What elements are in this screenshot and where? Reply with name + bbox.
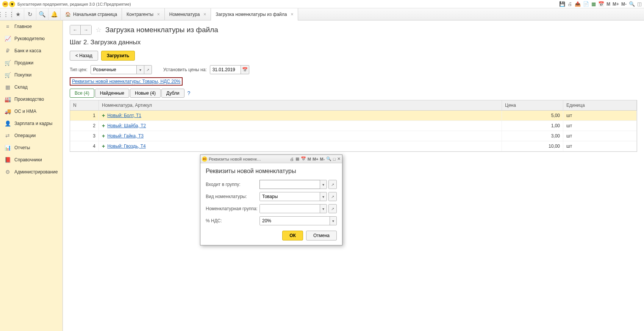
memory-mplus-button[interactable]: M+ xyxy=(313,157,319,161)
dropdown-icon[interactable]: ▾ xyxy=(320,205,327,213)
panels-icon[interactable]: ◫ xyxy=(637,1,642,7)
print-icon[interactable]: 🖨 xyxy=(290,157,294,161)
sidebar-item-hr[interactable]: 👤Зарплата и кадры xyxy=(0,117,63,130)
group-combo[interactable]: ▾ xyxy=(259,180,327,189)
open-dialog-icon[interactable]: ↗ xyxy=(329,192,336,201)
back-button[interactable]: < Назад xyxy=(70,51,98,61)
sidebar-item-references[interactable]: 📕Справочники xyxy=(0,154,63,166)
ok-button[interactable]: ОК xyxy=(282,231,303,240)
cancel-button[interactable]: Отмена xyxy=(306,231,337,240)
filter-tab-found[interactable]: Найденные xyxy=(95,89,129,98)
open-dialog-icon[interactable]: ↗ xyxy=(329,180,336,189)
load-button[interactable]: Загрузить xyxy=(101,51,135,61)
barchart-icon: 📊 xyxy=(5,145,11,151)
dialog-titlebar[interactable]: 1C Реквизиты новой номенклат... 🖨 ▦ 📅 M … xyxy=(200,155,342,163)
open-dialog-icon[interactable]: ↗ xyxy=(144,66,152,74)
print-icon[interactable]: 🖨 xyxy=(567,1,572,7)
nomenclature-link[interactable]: Новый: Болт, Т1 xyxy=(107,113,141,118)
memory-m-button[interactable]: M xyxy=(606,2,610,7)
apps-grid-icon[interactable]: ⋮⋮⋮ xyxy=(0,8,12,20)
search-icon[interactable]: 🔍 xyxy=(36,8,48,20)
price-type-combo[interactable]: ▾ ↗ xyxy=(91,65,152,74)
dropdown-icon[interactable]: ▾ xyxy=(136,66,144,74)
calendar-icon[interactable]: 📅 xyxy=(241,66,249,74)
notifications-bell-icon[interactable]: 🔔 xyxy=(48,8,61,20)
memory-m-button[interactable]: M xyxy=(308,157,311,161)
kind-input[interactable] xyxy=(260,192,320,201)
date-field[interactable]: 📅 xyxy=(210,65,249,74)
vat-input[interactable] xyxy=(260,217,330,225)
sidebar-item-main[interactable]: ≡Главное xyxy=(0,20,63,33)
tab-home[interactable]: 🏠 Начальная страница xyxy=(61,8,122,20)
tab-close-icon[interactable]: × xyxy=(157,12,160,17)
date-input[interactable] xyxy=(210,66,241,74)
tab-close-icon[interactable]: × xyxy=(203,12,206,17)
sidebar-label: Продажи xyxy=(14,60,33,66)
favorites-star-icon[interactable]: ★ xyxy=(12,8,24,20)
save-icon[interactable]: 💾 xyxy=(559,1,565,7)
app-menu-dropdown[interactable]: ▾ xyxy=(9,1,15,7)
maximize-icon[interactable]: □ xyxy=(333,157,336,161)
set-prices-label: Установить цены на: xyxy=(163,67,207,72)
favorite-star-icon[interactable]: ☆ xyxy=(95,26,102,34)
calendar-icon[interactable]: 📅 xyxy=(301,156,306,161)
sidebar-item-admin[interactable]: ⚙Администрирование xyxy=(0,166,63,178)
calendar-icon[interactable]: 📅 xyxy=(598,1,604,7)
filter-tab-new[interactable]: Новые (4) xyxy=(130,89,161,98)
memory-mminus-button[interactable]: M- xyxy=(320,157,325,161)
tab-import-nomenclature[interactable]: Загрузка номенклатуры из файла × xyxy=(211,8,298,20)
help-icon[interactable]: ? xyxy=(188,90,191,96)
table-row[interactable]: 1 +Новый: Болт, Т1 5,00 шт xyxy=(70,111,637,121)
group-input[interactable] xyxy=(260,180,320,189)
dialog-actions: ОК Отмена xyxy=(206,228,337,240)
tab-close-icon[interactable]: × xyxy=(291,12,293,17)
dropdown-icon[interactable]: ▾ xyxy=(320,192,327,201)
sidebar-item-production[interactable]: 🏭Производство xyxy=(0,93,63,105)
filter-tab-all[interactable]: Все (4) xyxy=(70,89,94,98)
nomgroup-input[interactable] xyxy=(260,205,320,213)
form-row-kind: Вид номенклатуры: ▾ ↗ xyxy=(206,192,337,201)
sidebar-item-manager[interactable]: 📈Руководителю xyxy=(0,33,63,45)
calc-icon[interactable]: ▦ xyxy=(591,1,596,7)
requisites-dialog: 1C Реквизиты новой номенклат... 🖨 ▦ 📅 M … xyxy=(200,155,342,245)
table-row[interactable]: 2 +Новый: Шайба, Т2 1,00 шт xyxy=(70,121,637,131)
kind-combo[interactable]: ▾ xyxy=(259,192,327,201)
sidebar-item-assets[interactable]: 🚚ОС и НМА xyxy=(0,105,63,117)
vat-combo[interactable]: ▾ xyxy=(259,216,337,225)
sidebar-item-purchases[interactable]: 🛒Покупки xyxy=(0,69,63,81)
nav-back-button[interactable]: ← xyxy=(70,25,81,34)
app-title-text: Бухгалтерия предприятия, редакция 3.0 (1… xyxy=(17,2,131,6)
nomgroup-combo[interactable]: ▾ xyxy=(259,204,327,213)
close-icon[interactable]: ✕ xyxy=(337,156,341,161)
filter-tab-dupes[interactable]: Дубли xyxy=(161,89,184,98)
form-row-vat: % НДС: ▾ xyxy=(206,216,337,225)
nomenclature-link[interactable]: Новый: Шайба, Т2 xyxy=(107,123,146,128)
history-icon[interactable]: ↻ xyxy=(24,8,36,20)
copy-icon[interactable]: 📄 xyxy=(583,1,589,7)
memory-mplus-button[interactable]: M+ xyxy=(613,2,619,7)
dropdown-icon[interactable]: ▾ xyxy=(330,217,336,225)
memory-mminus-button[interactable]: M- xyxy=(621,2,627,7)
table-row[interactable]: 4 +Новый: Гвоздь, Т4 10,00 шт xyxy=(70,141,637,151)
zoom-icon[interactable]: 🔍 xyxy=(326,156,331,161)
sidebar-item-bank[interactable]: ₽Банк и касса xyxy=(0,45,63,57)
sidebar-item-sales[interactable]: 🛒Продажи xyxy=(0,57,63,69)
nomenclature-link[interactable]: Новый: Гайка, Т3 xyxy=(107,133,144,139)
nav-forward-button[interactable]: → xyxy=(81,25,91,34)
dropdown-icon[interactable]: ▾ xyxy=(320,180,327,189)
grid-icon: ▦ xyxy=(5,84,11,90)
nomenclature-link[interactable]: Новый: Гвоздь, Т4 xyxy=(107,144,145,149)
table-row[interactable]: 3 +Новый: Гайка, Т3 3,00 шт xyxy=(70,131,637,141)
requisites-link[interactable]: Реквизиты новой номенклатуры: Товары, НД… xyxy=(72,79,180,84)
tab-import-label: Загрузка номенклатуры из файла xyxy=(216,12,287,17)
sidebar-item-operations[interactable]: ⇄Операции xyxy=(0,130,63,142)
tab-nomenclature[interactable]: Номенклатура × xyxy=(165,8,211,20)
price-type-input[interactable] xyxy=(91,66,136,74)
open-dialog-icon[interactable]: ↗ xyxy=(329,205,336,213)
export-icon[interactable]: 📤 xyxy=(575,1,581,7)
zoom-icon[interactable]: 🔍 xyxy=(629,1,635,7)
calc-icon[interactable]: ▦ xyxy=(295,156,299,161)
sidebar-item-reports[interactable]: 📊Отчеты xyxy=(0,142,63,154)
tab-counterparties[interactable]: Контрагенты × xyxy=(122,8,165,20)
sidebar-item-warehouse[interactable]: ▦Склад xyxy=(0,81,63,93)
